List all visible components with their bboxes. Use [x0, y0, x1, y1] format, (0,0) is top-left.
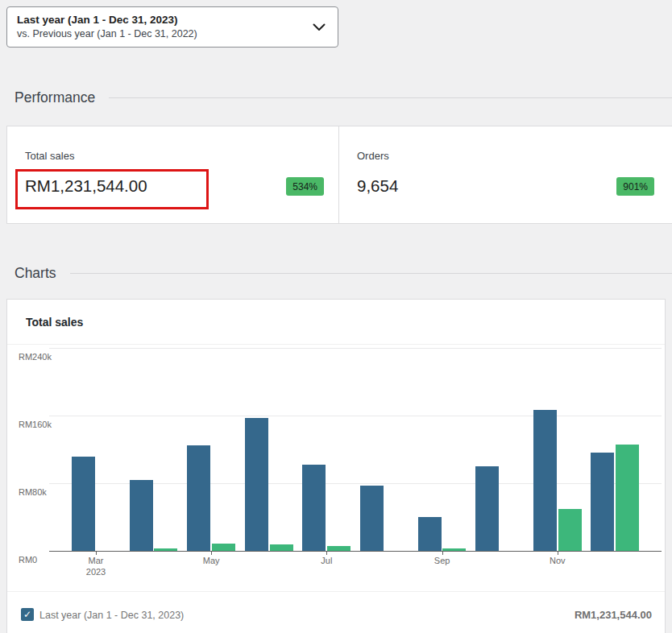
orders-card[interactable]: Orders 9,654 901% [339, 126, 672, 223]
performance-title: Performance [15, 89, 95, 106]
bar-2023-Apr[interactable] [130, 480, 153, 551]
bar-2023-May[interactable] [187, 445, 210, 551]
performance-divider [109, 97, 672, 98]
x-tick-Jul [326, 551, 327, 555]
charts-section-header: Charts [15, 263, 672, 283]
charts-divider [70, 273, 672, 274]
bar-2023-Jul[interactable] [302, 465, 326, 551]
x-tick-Nov [558, 551, 558, 555]
bar-2022-Sep[interactable] [442, 548, 466, 551]
x-tick-label-Nov: Nov [550, 556, 566, 565]
bar-2022-Dec[interactable] [616, 445, 639, 551]
y-tick-label-RM80k: RM80k [19, 487, 47, 497]
x-tick-Sep [442, 551, 443, 555]
performance-section-header: Performance [15, 87, 672, 108]
date-range-primary: Last year (Jan 1 - Dec 31, 2023) [17, 13, 305, 27]
gridline-RM240k [49, 348, 662, 349]
legend-series-label[interactable]: Last year (Jan 1 - Dec 31, 2023) [39, 610, 184, 621]
bar-2022-Jul[interactable] [327, 546, 351, 551]
bar-2023-Jun[interactable] [245, 418, 268, 551]
bar-2022-Nov[interactable] [558, 509, 582, 551]
charts-title: Charts [15, 265, 56, 282]
orders-change-badge: 901% [616, 177, 654, 196]
orders-value: 9,654 [357, 176, 398, 196]
date-range-comparison: vs. Previous year (Jan 1 - Dec 31, 2022) [17, 27, 305, 41]
y-tick-label-RM0: RM0 [19, 555, 37, 565]
x-tick-label-Sep: Sep [434, 556, 450, 565]
chevron-down-icon [313, 23, 326, 31]
bar-2022-May[interactable] [212, 544, 235, 551]
bar-2022-Apr[interactable] [154, 548, 177, 551]
x-tick-year-label: 2023 [86, 567, 106, 577]
total-sales-card[interactable]: Total sales RM1,231,544.00 534% [7, 126, 339, 223]
bar-2023-Nov[interactable] [533, 410, 557, 551]
orders-label: Orders [357, 150, 389, 162]
chart-plot-area: RM0RM80kRM160kRM240kMar2023MayJulSepNov [7, 300, 665, 591]
y-tick-label-RM240k: RM240k [19, 352, 52, 362]
chart-legend: ✓ Last year (Jan 1 - Dec 31, 2023) RM1,2… [7, 591, 665, 633]
x-tick-Mar [96, 551, 97, 555]
bar-2023-Dec[interactable] [591, 453, 614, 551]
bar-2023-Aug[interactable] [360, 486, 384, 551]
total-sales-chart-card: Total sales RM0RM80kRM160kRM240kMar2023M… [6, 299, 666, 633]
x-tick-label-May: May [203, 556, 220, 565]
performance-cards-row: Total sales RM1,231,544.00 534% Orders 9… [6, 126, 672, 224]
total-sales-label: Total sales [25, 150, 74, 162]
legend-series-total: RM1,231,544.00 [575, 609, 652, 621]
total-sales-value: RM1,231,544.00 [25, 176, 147, 196]
legend-checkbox[interactable]: ✓ [21, 608, 34, 621]
gridline-RM160k [49, 416, 662, 416]
y-tick-label-RM160k: RM160k [19, 420, 52, 429]
x-tick-label-Mar: Mar [89, 556, 104, 565]
total-sales-change-badge: 534% [286, 177, 324, 196]
checkmark-icon: ✓ [23, 610, 31, 619]
bar-2022-Jun[interactable] [270, 544, 293, 551]
x-tick-label-Jul: Jul [321, 556, 332, 565]
date-range-selector[interactable]: Last year (Jan 1 - Dec 31, 2023) vs. Pre… [6, 6, 338, 48]
x-tick-May [211, 551, 212, 555]
bar-2023-Mar[interactable] [72, 457, 95, 551]
bar-2023-Sep[interactable] [418, 517, 442, 551]
x-axis-line [49, 551, 662, 552]
bar-2023-Oct[interactable] [475, 466, 499, 551]
